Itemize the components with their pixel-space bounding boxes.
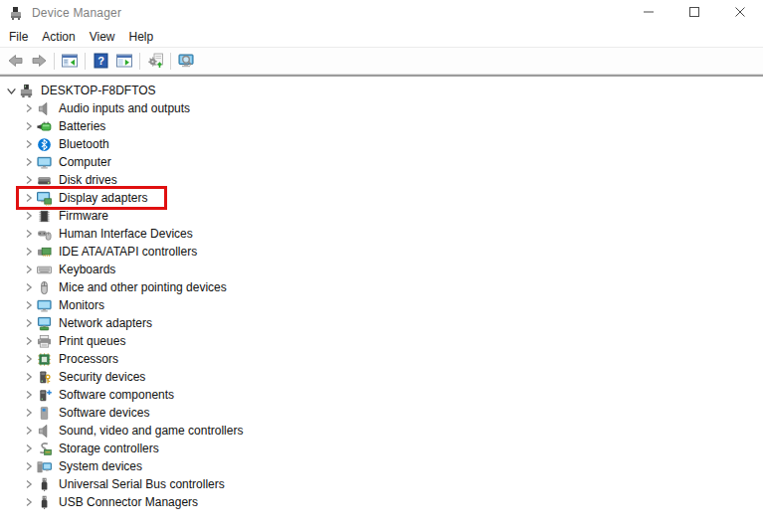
menu-item-help[interactable]: Help: [122, 27, 161, 47]
menu-item-file[interactable]: File: [2, 27, 35, 47]
help-icon: ?: [93, 53, 109, 69]
usb-plug-icon: [37, 495, 52, 510]
back-arrow-button[interactable]: [3, 49, 27, 73]
tree-item-label: Human Interface Devices: [59, 227, 193, 241]
tree-item-usb-connector-managers[interactable]: USB Connector Managers: [0, 493, 763, 511]
tree-item-label: Batteries: [59, 119, 105, 133]
tree-item-print-queues[interactable]: Print queues: [0, 332, 763, 350]
security-device-icon: [37, 370, 52, 385]
chevron-right-icon[interactable]: [22, 119, 36, 133]
tree-item-keyboards[interactable]: Keyboards: [0, 261, 763, 278]
disk-drive-icon: [37, 173, 52, 188]
toolbar-separator: [139, 53, 140, 70]
tree-item-storage-controllers[interactable]: Storage controllers: [0, 440, 763, 457]
chevron-right-icon[interactable]: [22, 280, 36, 294]
chevron-right-icon[interactable]: [22, 352, 36, 366]
tree-item-batteries[interactable]: Batteries: [0, 117, 763, 135]
ide-controller-icon: [37, 245, 52, 260]
keyboard-icon: [37, 263, 52, 277]
chevron-right-icon[interactable]: [22, 209, 36, 223]
tree-item-label: USB Connector Managers: [59, 495, 198, 509]
toolbar-content-divider: [0, 75, 763, 77]
chevron-right-icon[interactable]: [22, 370, 36, 384]
device-tree: DESKTOP-F8DFTOSAudio inputs and outputsB…: [0, 78, 763, 532]
tree-item-desktop-f8dftos[interactable]: DESKTOP-F8DFTOS: [0, 82, 763, 99]
chevron-right-icon[interactable]: [22, 459, 36, 473]
chevron-right-icon[interactable]: [22, 388, 36, 402]
tree-item-human-interface-devices[interactable]: Human Interface Devices: [0, 225, 763, 243]
back-arrow-icon: [6, 53, 25, 69]
tree-item-label: Bluetooth: [59, 137, 109, 151]
tree-item-universal-serial-bus-controllers[interactable]: Universal Serial Bus controllers: [0, 475, 763, 493]
window-title: Device Manager: [32, 6, 121, 20]
chevron-right-icon[interactable]: [22, 298, 36, 312]
close-button[interactable]: [717, 0, 763, 26]
tree-item-label: Mice and other pointing devices: [59, 280, 227, 294]
tree-item-system-devices[interactable]: System devices: [0, 457, 763, 475]
close-icon: [734, 4, 746, 22]
minimize-button[interactable]: [626, 0, 671, 26]
chevron-right-icon[interactable]: [22, 245, 36, 259]
tree-item-processors[interactable]: Processors: [0, 350, 763, 368]
tree-item-label: Processors: [59, 352, 118, 366]
tree-item-ide-ata-atapi-controllers[interactable]: IDE ATA/ATAPI controllers: [0, 243, 763, 261]
tree-item-network-adapters[interactable]: Network adapters: [0, 314, 763, 332]
tree-item-sound-video-and-game-controllers[interactable]: Sound, video and game controllers: [0, 422, 763, 440]
tree-item-monitors[interactable]: Monitors: [0, 296, 763, 314]
tree-item-label: Software devices: [59, 406, 149, 420]
tree-item-audio-inputs-and-outputs[interactable]: Audio inputs and outputs: [0, 99, 763, 117]
tree-item-label: Storage controllers: [59, 442, 159, 455]
chevron-right-icon[interactable]: [22, 137, 36, 151]
chevron-right-icon[interactable]: [22, 495, 36, 509]
menu-bar: FileActionViewHelp: [0, 26, 763, 48]
forward-arrow-icon: [30, 53, 49, 69]
scan-hardware-button[interactable]: [143, 49, 167, 73]
network-adapter-icon: [37, 316, 52, 331]
tree-item-label: Software components: [59, 388, 174, 402]
tree-item-display-adapters[interactable]: Display adapters: [0, 189, 763, 207]
chevron-right-icon[interactable]: [22, 263, 36, 276]
help-button[interactable]: ?: [89, 49, 112, 73]
tree-item-label: Universal Serial Bus controllers: [59, 477, 225, 491]
maximize-button[interactable]: [671, 0, 717, 26]
chevron-down-icon[interactable]: [4, 84, 18, 97]
tree-item-computer[interactable]: Computer: [0, 153, 763, 171]
chevron-right-icon[interactable]: [22, 477, 36, 491]
tree-item-disk-drives[interactable]: Disk drives: [0, 171, 763, 189]
forward-arrow-button[interactable]: [27, 49, 51, 73]
chevron-right-icon[interactable]: [22, 101, 36, 115]
console-tree-icon: [61, 53, 79, 69]
chevron-right-icon[interactable]: [22, 442, 36, 455]
tree-item-software-components[interactable]: Software components: [0, 386, 763, 404]
tree-item-label: System devices: [59, 459, 142, 473]
tree-item-label: Firmware: [59, 209, 108, 223]
menu-item-view[interactable]: View: [83, 27, 122, 47]
chevron-right-icon[interactable]: [22, 406, 36, 420]
chevron-right-icon[interactable]: [22, 173, 36, 187]
storage-controller-icon: [37, 442, 52, 456]
chevron-right-icon[interactable]: [22, 227, 36, 241]
tree-item-firmware[interactable]: Firmware: [0, 207, 763, 225]
printer-icon: [37, 334, 52, 349]
tree-item-bluetooth[interactable]: Bluetooth: [0, 135, 763, 153]
processor-icon: [37, 352, 52, 367]
console-tree-button[interactable]: [58, 49, 82, 73]
tree-item-security-devices[interactable]: Security devices: [0, 368, 763, 386]
tree-item-label: Print queues: [59, 334, 125, 348]
toolbar-separator: [54, 53, 55, 70]
chevron-right-icon[interactable]: [22, 334, 36, 348]
chevron-right-icon[interactable]: [22, 316, 36, 330]
menu-item-action[interactable]: Action: [35, 27, 82, 47]
minimize-icon: [643, 4, 655, 22]
chevron-right-icon[interactable]: [22, 191, 36, 205]
chevron-right-icon[interactable]: [22, 424, 36, 438]
tree-item-mice-and-other-pointing-devices[interactable]: Mice and other pointing devices: [0, 278, 763, 296]
tree-item-label: IDE ATA/ATAPI controllers: [59, 245, 197, 259]
tree-item-label: Sound, video and game controllers: [59, 424, 243, 438]
search-computer-button[interactable]: [174, 49, 198, 73]
properties-button[interactable]: [112, 49, 136, 73]
mouse-icon: [37, 280, 52, 295]
chevron-right-icon[interactable]: [22, 155, 36, 169]
software-device-icon: [37, 406, 52, 421]
tree-item-software-devices[interactable]: Software devices: [0, 404, 763, 422]
